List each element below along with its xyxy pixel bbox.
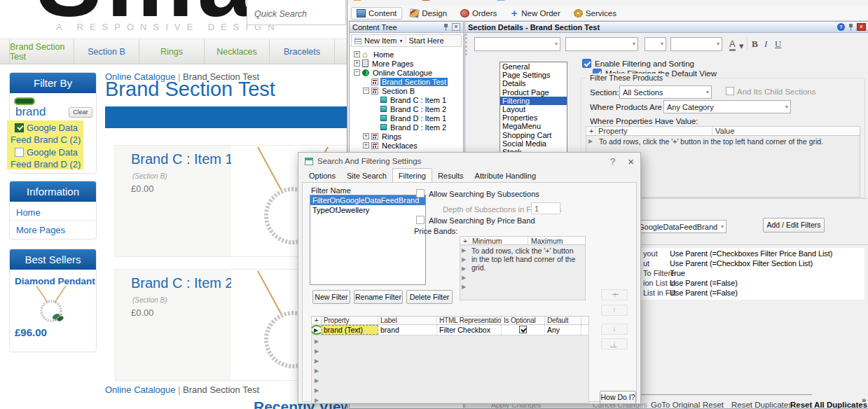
add-row-button[interactable]: + xyxy=(460,237,469,244)
collapse-icon[interactable] xyxy=(354,69,360,76)
underline-button[interactable]: U xyxy=(775,39,781,50)
category-details[interactable]: Details xyxy=(500,79,567,88)
expand-icon[interactable] xyxy=(354,51,360,57)
bold-button[interactable]: B xyxy=(752,39,758,50)
column-header-maximum[interactable]: Maximum xyxy=(528,237,585,244)
filter-list-item[interactable]: TypeOfJewellery xyxy=(310,205,425,215)
allow-priceband-checkbox-unchecked[interactable] xyxy=(416,216,425,224)
nav-tab-section-b[interactable]: Section B xyxy=(74,39,139,64)
product-name[interactable]: Brand C : Item 2 xyxy=(131,275,233,291)
best-seller-product-link[interactable]: Diamond Pendant xyxy=(15,276,95,286)
add-row-button[interactable]: + xyxy=(312,317,322,324)
tree-node-brand-d-item-2[interactable]: Brand D : Item 2 xyxy=(352,123,448,132)
tree-node-necklaces[interactable]: Necklaces xyxy=(352,141,448,150)
chevron-down-icon[interactable]: ▾ xyxy=(739,41,744,51)
pin-icon[interactable] xyxy=(443,24,449,31)
expand-icon[interactable] xyxy=(363,142,369,148)
tab-results[interactable]: Results xyxy=(432,169,469,183)
format-dropdown[interactable] xyxy=(670,37,722,51)
tab-attribute-handling[interactable]: Attribute Handling xyxy=(469,169,542,183)
section-dropdown[interactable]: All Sections xyxy=(619,85,712,99)
close-icon[interactable]: × xyxy=(452,23,460,31)
overflow-chevron-icon[interactable]: » xyxy=(862,396,866,404)
font-color-button[interactable]: A xyxy=(729,39,736,51)
tree-node-brand-d-item-1[interactable]: Brand D : Item 1 xyxy=(352,113,448,123)
column-header-default[interactable]: Default xyxy=(545,317,581,324)
cell-default[interactable]: Any xyxy=(545,325,581,335)
allow-subsections-checkbox-unchecked[interactable] xyxy=(416,189,425,197)
category-product-page[interactable]: Product Page xyxy=(500,88,567,97)
move-to-top-button[interactable]: ↑ xyxy=(601,289,628,300)
tree-node-brand-section-test[interactable]: Brand Section Test xyxy=(352,77,448,86)
expand-icon[interactable] xyxy=(354,60,360,67)
category-general[interactable]: General xyxy=(500,62,567,71)
column-header-minimum[interactable]: Minimum xyxy=(469,237,528,244)
ribbon-tab-design[interactable]: Design xyxy=(404,7,453,20)
pendant-thumbnail-image[interactable] xyxy=(29,286,73,324)
goto-original-button[interactable]: GoTo Original xyxy=(651,401,700,409)
tree-node-more-pages[interactable]: More Pages xyxy=(352,59,448,68)
cell-label[interactable]: brand xyxy=(378,325,437,335)
depth-input[interactable] xyxy=(531,202,560,214)
tab-site-search[interactable]: Site Search xyxy=(341,169,392,183)
add-edit-filters-button[interactable]: Add / Edit Filters xyxy=(763,218,825,233)
filter-list-item-selected[interactable]: FilterOnGoogleDataFeedBrand xyxy=(310,195,425,205)
clear-all-pill-annotation[interactable] xyxy=(14,97,35,105)
column-header-property[interactable]: Property xyxy=(322,317,378,324)
is-optional-checkbox-checked[interactable] xyxy=(519,326,527,333)
product-name[interactable]: Brand C : Item 1 xyxy=(131,151,233,167)
tree-node-home[interactable]: Home xyxy=(352,50,448,59)
tree-node-rings[interactable]: Rings xyxy=(352,132,448,141)
delete-filter-button[interactable]: Delete Filter xyxy=(406,290,453,304)
toolbar-icon[interactable] xyxy=(497,0,505,1)
chevron-down-icon[interactable]: ▾ xyxy=(399,38,402,44)
expand-icon[interactable] xyxy=(363,133,369,139)
quick-search-input[interactable]: Quick Search xyxy=(247,0,346,25)
column-header-is-optional[interactable]: Is Optional xyxy=(502,317,545,324)
move-up-button[interactable]: ↑ xyxy=(601,305,628,316)
toolbar-icon[interactable] xyxy=(422,0,430,1)
size-dropdown[interactable] xyxy=(645,37,666,51)
tab-options[interactable]: Options xyxy=(303,169,341,183)
how-do-i-button[interactable]: How Do I? xyxy=(600,391,636,404)
reset-duplicates-button[interactable]: Reset Duplicates xyxy=(731,401,792,409)
column-header-property[interactable]: Property xyxy=(595,127,712,135)
style-dropdown[interactable] xyxy=(474,37,560,51)
start-here-button[interactable]: Start Here xyxy=(408,36,443,45)
breadcrumb-link[interactable]: Online Catalogue xyxy=(105,384,175,395)
reset-all-duplicates-button[interactable]: Reset All Duplicates xyxy=(790,401,867,409)
dialog-help-icon[interactable]: ? xyxy=(610,156,615,167)
nav-tab-bracelets[interactable]: Bracelets xyxy=(270,39,335,64)
filter-property-row-brand[interactable]: ▶ brand (Text) brand Filter Checkbox Any xyxy=(311,325,589,335)
filter-select-dropdown[interactable]: GoogleDataFeedBrand xyxy=(635,220,726,233)
tree-node-section-b[interactable]: Section B xyxy=(352,86,448,95)
enable-filtering-checkbox-checked[interactable] xyxy=(582,59,591,68)
clear-filter-button[interactable]: Clear xyxy=(69,107,92,118)
nav-tab-rings[interactable]: Rings xyxy=(139,39,205,64)
category-page-settings[interactable]: Page Settings xyxy=(500,71,567,79)
column-header-label[interactable]: Label xyxy=(378,317,437,324)
ribbon-tab-content[interactable]: Content xyxy=(351,7,402,20)
cell-is-optional[interactable] xyxy=(502,325,545,335)
cell-html-representation[interactable]: Filter Checkbox xyxy=(437,325,502,335)
tree-node-online-catalogue[interactable]: Online Catalogue xyxy=(352,68,448,77)
position-to-tree-button[interactable]: Position to Tree xyxy=(436,0,490,1)
category-megamenu[interactable]: MegaMenu xyxy=(500,122,567,130)
tab-filtering[interactable]: Filtering xyxy=(392,168,432,183)
new-item-button[interactable]: New Item xyxy=(364,36,397,45)
tree-node-brand-c-item-2[interactable]: Brand C : Item 2 xyxy=(352,104,448,113)
dialog-close-icon[interactable]: × xyxy=(628,155,634,167)
category-dropdown[interactable]: Any Category xyxy=(663,100,791,113)
sidebar-link-more-pages[interactable]: More Pages xyxy=(16,225,65,235)
reset-button[interactable]: Reset xyxy=(703,401,724,409)
preview-store-button[interactable]: Preview Store xyxy=(368,0,415,1)
dialog-titlebar[interactable]: Search And Filtering Settings ? × xyxy=(298,153,640,169)
checkbox-brand-c-checked[interactable] xyxy=(15,123,24,132)
add-row-button[interactable]: + xyxy=(586,127,595,135)
italic-button[interactable]: I xyxy=(764,39,767,50)
font-dropdown[interactable] xyxy=(565,37,638,51)
move-down-button[interactable]: ↓ xyxy=(601,324,628,335)
nav-tab-necklaces[interactable]: Necklaces xyxy=(205,39,270,64)
ribbon-tab-new-order[interactable]: + New Order xyxy=(504,7,566,20)
ribbon-tab-services[interactable]: Services xyxy=(568,7,622,20)
